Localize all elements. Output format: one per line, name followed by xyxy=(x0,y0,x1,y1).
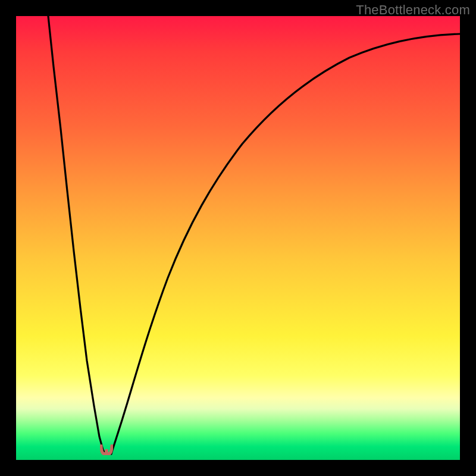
right-branch-line xyxy=(111,34,460,454)
chart-plot-area xyxy=(16,16,460,460)
watermark-text: TheBottleneck.com xyxy=(356,2,470,18)
left-branch-line xyxy=(48,16,105,454)
minimum-marker xyxy=(100,444,113,455)
curve-layer xyxy=(16,16,460,460)
